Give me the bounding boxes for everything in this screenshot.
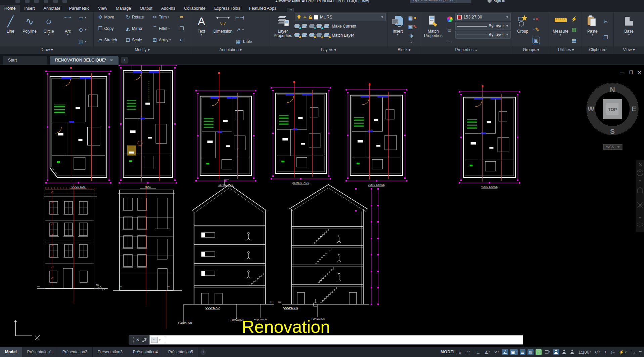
leader-button[interactable]: ↗▾ bbox=[235, 26, 252, 34]
drawing-canvas[interactable]: SOUS-SOLRDC1ER ETAGE2EME ETAGE3EME ETAGE… bbox=[0, 65, 644, 357]
ortho-toggle-icon[interactable]: ∟ bbox=[475, 349, 481, 355]
recent-commands-icon[interactable]: ▾ bbox=[159, 339, 160, 342]
panel-label-view[interactable]: View ▾ bbox=[614, 46, 644, 54]
close-icon[interactable]: ✕ bbox=[638, 70, 641, 75]
scale-button[interactable]: ⊡Scale bbox=[125, 36, 148, 44]
edit-block-icon[interactable]: ▣✎ bbox=[408, 24, 414, 30]
layer-isolate-icon[interactable] bbox=[302, 24, 308, 29]
table-button[interactable]: ▦Table bbox=[235, 38, 252, 46]
tab-parametric[interactable]: Parametric bbox=[65, 5, 94, 12]
new-tab-button[interactable]: + bbox=[121, 57, 128, 64]
layer-dropdown[interactable]: ☀ MURS ▼ bbox=[295, 13, 385, 21]
tab-featured-apps[interactable]: Featured Apps bbox=[245, 5, 281, 12]
layer-on-icon[interactable] bbox=[295, 33, 301, 38]
new-layout-button[interactable]: + bbox=[200, 349, 206, 355]
rectangle-button[interactable]: ▭▾ bbox=[78, 14, 86, 22]
linetype-dropdown[interactable]: ByLayer▼ bbox=[455, 31, 510, 39]
file-tab-document[interactable]: RENOVATION BELGIQUE*✕ bbox=[50, 56, 119, 65]
grid-toggle-icon[interactable]: # bbox=[458, 349, 462, 355]
match-properties-button[interactable]: Match Properties bbox=[422, 13, 444, 46]
panel-label-block[interactable]: Block ▾ bbox=[387, 46, 421, 54]
snap-toggle-icon[interactable]: ∷▾ bbox=[464, 349, 471, 355]
customization-menu-icon[interactable]: ≡ bbox=[638, 349, 643, 355]
panel-label-layers[interactable]: Layers ▾ bbox=[270, 46, 387, 54]
ungroup-icon[interactable]: ▫✕ bbox=[533, 16, 539, 22]
panel-label-properties[interactable]: Properties ⌄ bbox=[421, 46, 512, 54]
arc-button[interactable]: ⌒Arc▾ bbox=[59, 13, 77, 46]
tab-addins[interactable]: Add-ins bbox=[157, 5, 180, 12]
annotation-visibility-icon[interactable] bbox=[553, 349, 559, 355]
offset-button[interactable]: ⊂ bbox=[179, 36, 189, 44]
file-tab-start[interactable]: Start bbox=[3, 56, 47, 65]
layer-unlock-icon[interactable] bbox=[310, 33, 315, 38]
quick-select-icon[interactable]: ⚡ bbox=[571, 16, 577, 22]
object-snap-icon[interactable]: ▣▾ bbox=[510, 349, 518, 355]
base-button[interactable]: Base▾ bbox=[620, 13, 638, 46]
layout-tab-presentation3[interactable]: Présentation3 bbox=[93, 347, 128, 357]
tab-express-tools[interactable]: Express Tools bbox=[210, 5, 245, 12]
viewcube[interactable]: NESWTOPWCS bbox=[587, 83, 638, 150]
trim-button[interactable]: ✂Trim▾ bbox=[152, 13, 175, 21]
tab-manage[interactable]: Manage bbox=[111, 5, 135, 12]
stretch-button[interactable]: ▱Stretch bbox=[97, 36, 122, 44]
array-button[interactable]: ⊞Array▾ bbox=[152, 36, 175, 44]
isolate-objects-icon[interactable]: ◎ bbox=[610, 349, 615, 355]
select-similar-icon[interactable]: ▩ bbox=[571, 27, 577, 33]
line-button[interactable]: ╱Line bbox=[1, 13, 19, 46]
fillet-button[interactable]: ⌒Fillet▾ bbox=[152, 25, 175, 33]
object-color-dropdown[interactable]: 153,27,30▼ bbox=[455, 13, 510, 21]
erase-button[interactable]: ✏ bbox=[179, 13, 189, 21]
linetype-list-icon[interactable]: ┄┄ bbox=[447, 39, 452, 43]
layer-unisolate-icon[interactable] bbox=[317, 33, 323, 38]
copy-clip-icon[interactable]: ❐ bbox=[603, 35, 609, 41]
lineweight-dropdown[interactable]: ByLayer▼ bbox=[455, 22, 510, 30]
panel-label-groups[interactable]: Groups ▾ bbox=[512, 46, 550, 54]
minimize-icon[interactable]: — bbox=[620, 70, 624, 75]
selection-cycling-icon[interactable]: ▢ bbox=[536, 349, 542, 355]
layer-properties-button[interactable]: Layer Properties bbox=[272, 13, 294, 46]
tab-output[interactable]: Output bbox=[135, 5, 157, 12]
dimension-button[interactable]: Dimension bbox=[212, 13, 234, 46]
make-current-button[interactable]: Make Current bbox=[332, 24, 356, 29]
color-wheel-icon[interactable] bbox=[447, 16, 453, 22]
command-line-grip[interactable]: ✕ bbox=[129, 335, 149, 345]
block-attributes-icon[interactable]: ◈ ▾ bbox=[408, 33, 414, 44]
linear-dim-button[interactable]: ⊢⊣▾ bbox=[235, 14, 252, 22]
layer-off-icon[interactable] bbox=[295, 24, 301, 29]
hatch-button[interactable]: ▨▾ bbox=[78, 38, 86, 46]
layout-tab-presentation4[interactable]: Présentation4 bbox=[128, 347, 163, 357]
navigation-bar[interactable] bbox=[636, 161, 644, 231]
clean-screen-icon[interactable] bbox=[630, 350, 636, 354]
restore-icon[interactable]: ❐ bbox=[629, 70, 633, 75]
drawing-area[interactable]: — ❐ ✕ SOUS-SOLRDC1ER ETAGE2EME ETAGE3EME… bbox=[0, 65, 644, 357]
wcs-dropdown[interactable]: WCS bbox=[603, 144, 622, 150]
layout-tab-model[interactable]: Model bbox=[0, 347, 22, 357]
move-button[interactable]: ✥Move bbox=[97, 13, 122, 21]
annotation-scale-icon[interactable] bbox=[569, 349, 575, 355]
insert-button[interactable]: Insert▾ bbox=[389, 13, 407, 46]
close-command-icon[interactable]: ✕ bbox=[136, 338, 139, 342]
tab-home[interactable]: Home bbox=[0, 5, 20, 12]
transparency-icon[interactable]: ▨ bbox=[527, 349, 534, 355]
polyline-button[interactable]: ∿Polyline bbox=[20, 13, 39, 46]
scale-value[interactable]: 1:100▾ bbox=[577, 349, 592, 355]
help-search-input[interactable]: Type a keyword or phrase bbox=[410, 0, 471, 3]
text-button[interactable]: AText▾ bbox=[192, 13, 211, 46]
lineweight-list-icon[interactable]: ≣ bbox=[448, 28, 452, 33]
panel-label-modify[interactable]: Modify ▾ bbox=[94, 46, 190, 54]
group-button[interactable]: Group bbox=[514, 13, 532, 46]
layer-lock-icon[interactable] bbox=[317, 24, 323, 29]
circle-button[interactable]: ○Circle▾ bbox=[40, 13, 58, 46]
autoscale-icon[interactable] bbox=[561, 349, 567, 355]
quick-calculator-icon[interactable]: ▦ bbox=[571, 37, 577, 43]
isodraft-icon[interactable]: ⨯▾ bbox=[493, 349, 500, 355]
dynamic-input-icon[interactable]: ∠ bbox=[502, 349, 508, 355]
layer-thaw-icon[interactable] bbox=[302, 33, 308, 38]
panel-label-utilities[interactable]: Utilities ▾ bbox=[550, 46, 582, 54]
polar-tracking-icon[interactable]: ∡▾ bbox=[484, 349, 491, 355]
annotation-monitor-icon[interactable]: + bbox=[603, 349, 608, 355]
ellipse-button[interactable]: ⊙▾ bbox=[78, 26, 86, 34]
osnap-3d-icon[interactable]: ❒▾ bbox=[544, 349, 551, 355]
close-tab-icon[interactable]: ✕ bbox=[110, 58, 113, 63]
group-edit-icon[interactable]: ▫✎ bbox=[533, 27, 539, 33]
